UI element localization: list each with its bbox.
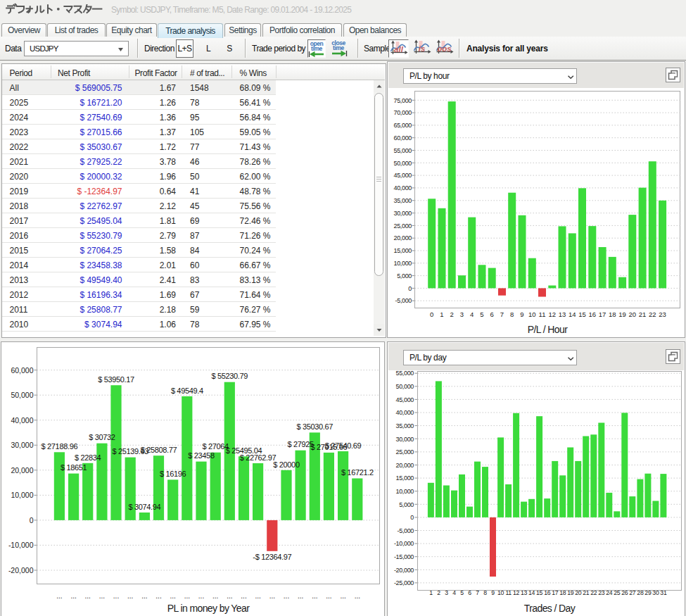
svg-text:1: 1: [429, 589, 433, 596]
svg-text:50,000: 50,000: [396, 383, 414, 390]
svg-text:24: 24: [606, 589, 613, 596]
svg-text:4: 4: [452, 589, 456, 596]
svg-text:0: 0: [410, 514, 414, 521]
svg-text:18: 18: [559, 589, 566, 596]
svg-text:27: 27: [629, 589, 636, 596]
svg-text:9: 9: [491, 589, 495, 596]
svg-text:6: 6: [468, 589, 471, 596]
svg-text:17: 17: [552, 589, 559, 596]
svg-text:20,000: 20,000: [396, 462, 414, 469]
svg-text:12: 12: [513, 589, 520, 596]
svg-text:10,000: 10,000: [396, 488, 414, 495]
svg-text:25,000: 25,000: [396, 448, 414, 455]
svg-text:15,000: 15,000: [396, 474, 414, 482]
svg-text:7: 7: [476, 589, 479, 596]
svg-text:23: 23: [598, 589, 605, 596]
svg-text:-15,000: -15,000: [394, 553, 414, 560]
svg-text:10: 10: [497, 589, 504, 596]
svg-text:20: 20: [575, 589, 582, 596]
svg-text:28: 28: [637, 589, 644, 596]
svg-text:2: 2: [437, 589, 440, 596]
svg-text:5: 5: [460, 589, 464, 596]
svg-text:25: 25: [614, 589, 621, 596]
svg-text:-5,000: -5,000: [398, 527, 414, 534]
svg-text:35,000: 35,000: [396, 422, 414, 429]
svg-text:-25,000: -25,000: [394, 579, 414, 586]
svg-text:3: 3: [445, 589, 448, 596]
svg-text:-10,000: -10,000: [394, 540, 414, 547]
svg-text:55,000: 55,000: [396, 370, 414, 377]
svg-text:19: 19: [567, 589, 574, 596]
svg-text:5,000: 5,000: [399, 501, 414, 508]
svg-text:31: 31: [660, 589, 667, 596]
svg-text:26: 26: [621, 589, 628, 596]
svg-text:30: 30: [652, 589, 659, 596]
svg-text:11: 11: [505, 589, 512, 596]
svg-text:16: 16: [544, 589, 551, 596]
svg-text:30,000: 30,000: [396, 436, 414, 443]
svg-text:-20,000: -20,000: [394, 567, 414, 574]
svg-text:Trades / Day: Trades / Day: [524, 603, 576, 614]
svg-text:21: 21: [583, 589, 590, 596]
svg-text:15: 15: [536, 589, 543, 596]
svg-text:40,000: 40,000: [396, 409, 414, 416]
svg-text:22: 22: [590, 589, 597, 596]
svg-text:8: 8: [483, 589, 487, 596]
svg-text:45,000: 45,000: [396, 396, 414, 403]
svg-text:29: 29: [644, 589, 652, 596]
svg-text:13: 13: [521, 589, 528, 596]
svg-text:14: 14: [528, 589, 535, 596]
